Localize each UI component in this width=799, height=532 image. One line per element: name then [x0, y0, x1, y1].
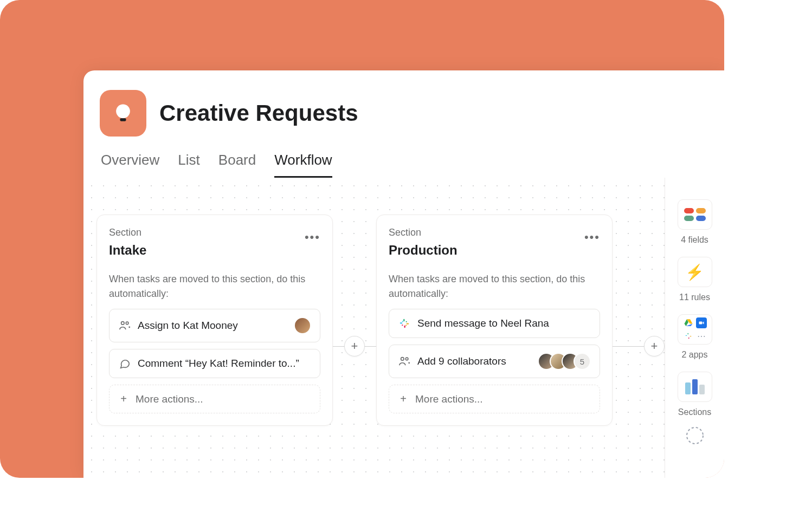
zoom-icon — [696, 317, 707, 328]
rule-slack-message[interactable]: Send message to Neel Rana — [389, 309, 600, 338]
rule-assign[interactable]: Assign to Kat Mooney — [109, 309, 320, 342]
section-card-intake[interactable]: Section Intake ••• When tasks are moved … — [96, 215, 333, 426]
more-actions-label: More actions... — [415, 393, 483, 405]
sections-icon — [678, 372, 712, 402]
apps-icon: ⋯ — [678, 314, 712, 345]
section-connector: + — [333, 215, 376, 478]
slack-icon — [683, 330, 694, 341]
bolt-icon: ⚡ — [685, 263, 704, 281]
section-label: Section — [109, 227, 146, 238]
svg-point-23 — [687, 427, 703, 444]
svg-rect-1 — [120, 118, 126, 121]
section-name: Production — [389, 243, 458, 258]
avatar-overflow-count: 5 — [574, 353, 591, 370]
svg-rect-6 — [407, 323, 409, 325]
svg-marker-18 — [703, 322, 704, 325]
add-section-button[interactable]: + — [344, 336, 365, 356]
panel-add[interactable] — [685, 426, 705, 445]
panel-label: 11 rules — [679, 293, 710, 302]
tab-overview[interactable]: Overview — [101, 152, 159, 178]
project-icon[interactable] — [100, 90, 146, 137]
svg-point-8 — [402, 321, 403, 322]
assign-icon — [118, 319, 131, 332]
promo-frame: Creative Requests Overview List Board Wo… — [0, 0, 724, 478]
section-more-button[interactable]: ••• — [584, 230, 600, 244]
panel-label: Sections — [678, 407, 711, 417]
lightbulb-icon — [111, 101, 135, 125]
avatar — [294, 317, 311, 334]
svg-rect-7 — [404, 326, 405, 328]
svg-point-11 — [402, 325, 403, 326]
comment-icon — [118, 357, 131, 370]
tab-workflow[interactable]: Workflow — [274, 152, 332, 178]
section-name: Intake — [109, 243, 146, 258]
panel-fields[interactable]: 4 fields — [678, 199, 712, 245]
tab-board[interactable]: Board — [218, 152, 256, 178]
section-label: Section — [389, 227, 458, 238]
section-connector: + — [613, 215, 667, 478]
svg-point-10 — [405, 325, 407, 326]
slack-icon — [398, 317, 411, 330]
more-actions-label: More actions... — [136, 393, 203, 405]
section-description: When tasks are moved to this section, do… — [389, 272, 600, 301]
rule-text: Send message to Neel Rana — [417, 317, 591, 329]
panel-label: 4 fields — [681, 235, 708, 245]
rule-text: Assign to Kat Mooney — [138, 320, 287, 332]
section-card-production[interactable]: Section Production ••• When tasks are mo… — [376, 215, 613, 426]
svg-point-3 — [126, 322, 128, 325]
svg-rect-20 — [687, 333, 688, 335]
rule-comment[interactable]: Comment “Hey Kat! Reminder to...” — [109, 349, 320, 378]
svg-rect-4 — [400, 322, 403, 323]
right-panel: 4 fields ⚡ 11 rules — [665, 178, 724, 478]
tab-bar: Overview List Board Workflow — [100, 152, 708, 178]
more-apps-icon: ⋯ — [696, 330, 707, 341]
rule-add-collaborators[interactable]: Add 9 collaborators 5 — [389, 345, 600, 378]
section-more-button[interactable]: ••• — [305, 230, 320, 244]
panel-rules[interactable]: ⚡ 11 rules — [678, 257, 712, 302]
avatar-stack: 5 — [538, 353, 591, 370]
plus-icon: + — [118, 393, 129, 405]
add-section-button[interactable]: + — [644, 336, 665, 356]
section-description: When tasks are moved to this section, do… — [109, 272, 320, 301]
svg-point-0 — [116, 105, 130, 119]
sections-row: Section Intake ••• When tasks are moved … — [96, 215, 667, 478]
panel-apps[interactable]: ⋯ 2 apps — [678, 314, 712, 360]
svg-rect-17 — [699, 322, 702, 325]
rule-text: Comment “Hey Kat! Reminder to...” — [138, 358, 311, 369]
svg-point-12 — [401, 358, 404, 361]
svg-point-2 — [121, 322, 125, 325]
tab-list[interactable]: List — [178, 152, 199, 178]
app-window: Creative Requests Overview List Board Wo… — [83, 70, 724, 478]
google-drive-icon — [683, 317, 694, 328]
svg-rect-21 — [690, 336, 691, 336]
more-actions-button[interactable]: + More actions... — [109, 385, 320, 413]
svg-rect-22 — [688, 338, 689, 339]
project-header: Creative Requests Overview List Board Wo… — [83, 70, 724, 178]
svg-point-13 — [405, 358, 408, 360]
svg-rect-5 — [403, 319, 404, 322]
more-actions-button[interactable]: + More actions... — [389, 385, 600, 413]
panel-label: 2 apps — [681, 350, 707, 360]
rules-icon: ⚡ — [678, 257, 712, 287]
svg-rect-19 — [685, 335, 687, 336]
dashed-circle-plus-icon — [685, 426, 705, 445]
svg-point-9 — [406, 321, 407, 322]
workflow-canvas[interactable]: Section Intake ••• When tasks are moved … — [83, 178, 724, 478]
fields-icon — [678, 199, 712, 230]
collaborators-icon — [398, 355, 411, 368]
panel-sections[interactable]: Sections — [678, 372, 712, 417]
rule-text: Add 9 collaborators — [417, 355, 531, 367]
project-title: Creative Requests — [159, 100, 358, 126]
plus-icon: + — [398, 393, 409, 405]
